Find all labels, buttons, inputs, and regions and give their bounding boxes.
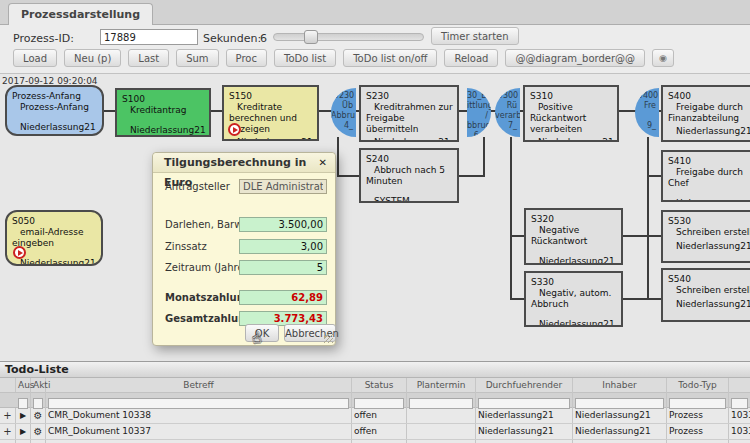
- wait-node-w400[interactable]: W400 Fre 9_: [635, 88, 659, 137]
- todo-liste-title: Todo-Liste: [0, 362, 750, 378]
- node-id: S410: [668, 156, 691, 166]
- node-executor: Niederlassung21: [12, 258, 97, 266]
- node-executor: Niederlassung21: [531, 319, 617, 327]
- gear-icon[interactable]: ◉: [652, 49, 674, 67]
- wait-node-end[interactable]: 30_End ittlung / bbruch 6_1: [467, 88, 491, 137]
- timer-slider-handle[interactable]: [304, 30, 318, 44]
- node-s330[interactable]: S330 Negativ, autom. Abbruch Niederlassu…: [524, 271, 623, 327]
- connector-w400-down: [647, 137, 649, 300]
- timer-slider[interactable]: [273, 33, 424, 41]
- node-s230[interactable]: S230 Kreditrahmen zur Freigabe übermitte…: [359, 85, 459, 142]
- resize-grip-icon[interactable]: [324, 334, 333, 343]
- node-id: S310: [530, 91, 553, 101]
- toolbar-button-row: Load Neu (p) Last Sum Proc ToDo list ToD…: [13, 49, 674, 67]
- node-prozess-anfang[interactable]: Prozess-Anfang Prozess-Anfang Niederlass…: [5, 85, 104, 136]
- ok-button[interactable]: OK: [245, 324, 279, 342]
- table-row[interactable]: + ▶ ⚙ CMR_Dokument 10338 offen Niederlas…: [0, 408, 750, 424]
- todo-list-button[interactable]: ToDo list: [274, 49, 336, 67]
- close-icon[interactable]: ✕: [319, 157, 327, 169]
- todo-list-onoff-button[interactable]: ToDo list on/off: [343, 49, 437, 67]
- node-title: Kreditrahmen zur Freigabe übermitteln: [366, 102, 453, 135]
- node-executor: Niederlassung21: [530, 137, 613, 142]
- load-button[interactable]: Load: [13, 49, 57, 67]
- node-s050[interactable]: S050 email-Adresse eingeben Niederlassun…: [5, 210, 103, 266]
- play-icon[interactable]: [13, 246, 26, 259]
- connector-w300-down: [510, 137, 512, 300]
- node-executor: Niederlassung21: [122, 125, 205, 136]
- node-executor: Niederlassung21: [229, 137, 313, 141]
- sekunden-label: Sekunden:: [203, 32, 261, 45]
- node-s400[interactable]: S400 Freigabe durch Finanzabteilung Nied…: [661, 85, 750, 142]
- node-s320[interactable]: S320 Negative Rückantwort Niederlassung2…: [524, 208, 623, 265]
- cell-betreff: CMR_Dokument 10337: [46, 424, 352, 439]
- filter-akti-input[interactable]: [33, 398, 43, 409]
- play-triangle-icon: [233, 127, 238, 133]
- execute-row-icon[interactable]: ▶: [16, 424, 31, 439]
- node-id: Prozess-Anfang: [12, 91, 81, 101]
- timer-starten-button[interactable]: Timer starten: [431, 27, 519, 45]
- cell-inhaber: Niederlassung21: [573, 424, 667, 439]
- cell-inhaber: Niederlassung21: [573, 408, 667, 423]
- node-s310[interactable]: S310 Positive Rückantwort verarbeiten Ni…: [523, 85, 619, 142]
- filter-extra-input[interactable]: [731, 398, 748, 409]
- toolbar: Prozess-ID: Sekunden: 6 Timer starten Lo…: [0, 25, 750, 74]
- proc-button[interactable]: Proc: [226, 49, 267, 67]
- gear-icon[interactable]: ⚙: [31, 424, 46, 439]
- node-s410[interactable]: S410 Freigabe durch Chef Huber: [661, 150, 750, 202]
- neu-p-button[interactable]: Neu (p): [64, 49, 121, 67]
- darlehen-field[interactable]: [239, 217, 327, 232]
- node-s240[interactable]: S240 Abbruch nach 5 Minuten SYSTEM: [359, 148, 459, 203]
- table-row[interactable]: + ▶ ⚙ CMR_Dokument 10337 offen Niederlas…: [0, 424, 750, 440]
- expand-row-icon[interactable]: +: [0, 424, 16, 439]
- play-triangle-icon: [18, 250, 23, 256]
- connector-s320-s530: [623, 235, 663, 237]
- cell-status: offen: [352, 424, 407, 439]
- node-title: Negativ, autom. Abbruch: [531, 288, 617, 310]
- zeitraum-label: Zeitraum (Jahre): [165, 262, 247, 273]
- prozess-id-input[interactable]: [100, 29, 198, 45]
- node-s150[interactable]: S150 Kreditrate berechnen und anzeigen N…: [222, 85, 319, 141]
- app-window: Prozessdarstellung Prozess-ID: Sekunden:…: [0, 0, 750, 443]
- node-executor: Huber: [668, 198, 749, 202]
- wait-node-w230[interactable]: W230 Üb Abbru 4_: [331, 88, 356, 137]
- filter-aus-input[interactable]: [18, 398, 28, 409]
- play-icon[interactable]: [228, 123, 241, 136]
- execute-row-icon[interactable]: ▶: [16, 408, 31, 423]
- tab-prozessdarstellung[interactable]: Prozessdarstellung: [8, 3, 153, 25]
- sum-button[interactable]: Sum: [176, 49, 218, 67]
- node-s100[interactable]: S100 Kreditantrag Niederlassung21: [115, 88, 211, 137]
- cell-id: 10337: [729, 424, 750, 439]
- monatszahlung-field[interactable]: [239, 290, 327, 305]
- diagram-border-button[interactable]: @@diagram_border@@: [505, 49, 645, 67]
- last-button[interactable]: Last: [128, 49, 169, 67]
- node-s530[interactable]: S530 Schreiben erstellen, mailen Niederl…: [661, 210, 750, 263]
- cell-id: 10338: [729, 408, 750, 423]
- node-id: S400: [668, 91, 691, 101]
- node-title: Kreditrate berechnen und anzeigen: [229, 102, 313, 135]
- expand-row-icon[interactable]: +: [0, 408, 16, 423]
- wait-node-w300[interactable]: W300 Rü verarb 7_: [495, 88, 520, 137]
- antragsteller-field[interactable]: [239, 179, 327, 194]
- filter-todo-typ-input[interactable]: [669, 398, 726, 409]
- gear-icon[interactable]: ⚙: [31, 408, 46, 423]
- node-title: Schreiben erstellen, mailen: [668, 227, 749, 238]
- filter-inhaber-input[interactable]: [575, 398, 664, 409]
- dialog-title[interactable]: Tilgungsberechnung in Euro: [153, 153, 335, 173]
- zinssatz-field[interactable]: [239, 239, 327, 254]
- filter-status-input[interactable]: [354, 398, 404, 409]
- node-title: Abbruch nach 5 Minuten: [366, 165, 453, 187]
- reload-button[interactable]: Reload: [444, 49, 498, 67]
- node-id: S050: [12, 216, 35, 226]
- node-id: S540: [668, 274, 691, 284]
- node-id: S330: [531, 277, 554, 287]
- zeitraum-field[interactable]: [239, 260, 327, 275]
- filter-betreff-input[interactable]: [48, 398, 349, 409]
- filter-plantermin-input[interactable]: [409, 398, 473, 409]
- filter-durchfuehrender-input[interactable]: [478, 398, 570, 409]
- sekunden-value: 6: [260, 32, 267, 45]
- node-executor: Niederlassung21: [366, 137, 453, 142]
- node-s540[interactable]: S540 Schreiben erstellen, mailen Niederl…: [661, 268, 750, 322]
- node-title: Freigabe durch Chef: [668, 167, 749, 189]
- node-title: Positive Rückantwort verarbeiten: [530, 102, 613, 135]
- cell-plantermin: [407, 408, 476, 423]
